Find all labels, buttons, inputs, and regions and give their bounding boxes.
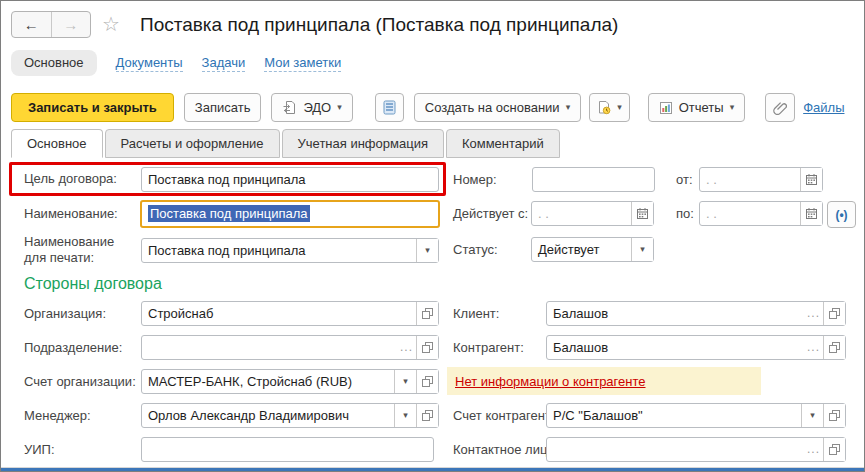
contact-label: Контактное лицо: — [453, 437, 558, 463]
purpose-input[interactable]: Поставка под принципала — [141, 167, 439, 192]
org-account-label: Счет организации: — [24, 369, 136, 395]
chevron-down-icon: ▾ — [403, 377, 408, 386]
org-account-value: МАСТЕР-БАНК, Стройснаб (RUB) — [142, 370, 394, 393]
valid-from-input[interactable]: . . — [531, 201, 654, 226]
history-nav-group: ← → — [11, 11, 91, 38]
contact-open-button[interactable] — [823, 438, 845, 461]
contact-value — [547, 438, 803, 461]
open-form-icon — [828, 341, 841, 354]
contact-choose-button[interactable]: ... — [803, 438, 823, 461]
cp-account-value: Р/С "Балашов" — [547, 404, 801, 427]
files-link[interactable]: Файлы — [803, 93, 844, 122]
number-input[interactable] — [532, 167, 655, 192]
cp-account-combo[interactable]: Р/С "Балашов" ▾ — [546, 403, 846, 428]
reports-label: Отчеты — [679, 100, 724, 115]
counterparty-label: Контрагент: — [453, 335, 524, 361]
manager-dropdown-button[interactable]: ▾ — [394, 404, 416, 427]
back-arrow-icon: ← — [24, 16, 39, 33]
counterparty-input[interactable]: Балашов ... — [546, 335, 846, 360]
chevron-down-icon: ▾ — [425, 246, 430, 255]
back-button[interactable]: ← — [12, 12, 52, 37]
status-dropdown-button[interactable]: ▾ — [631, 238, 653, 261]
attachments-button[interactable] — [765, 93, 795, 122]
tab-comment[interactable]: Комментарий — [446, 129, 560, 158]
name-input[interactable]: Поставка под принципала — [140, 200, 440, 228]
navlink-tasks[interactable]: Задачи — [202, 54, 246, 72]
organization-open-button[interactable] — [416, 302, 438, 325]
status-combo[interactable]: Действует ▾ — [531, 237, 654, 262]
create-based-on-button[interactable]: Создать на основании ▾ — [414, 93, 581, 122]
uip-input[interactable] — [141, 437, 434, 462]
forward-button[interactable]: → — [52, 12, 91, 37]
favorite-star-icon[interactable]: ☆ — [102, 11, 120, 38]
organization-label: Организация: — [24, 301, 106, 327]
manager-combo[interactable]: Орлов Александр Владимирович ▾ — [141, 403, 439, 428]
document-clock-icon — [597, 100, 611, 115]
page-title: Поставка под принципала (Поставка под пр… — [140, 10, 618, 39]
counterparty-open-button[interactable] — [823, 336, 845, 359]
parties-section-header: Стороны договора — [24, 275, 162, 293]
organization-input[interactable]: Стройснаб — [141, 301, 439, 326]
navigation-link-bar: Основное Документы Задачи Мои заметки — [11, 50, 341, 76]
print-name-dropdown-button[interactable]: ▾ — [416, 239, 438, 262]
contact-input[interactable]: ... — [546, 437, 846, 462]
valid-to-input[interactable]: . . — [699, 201, 823, 226]
date-from-input[interactable]: . . — [699, 167, 823, 192]
name-value-selected: Поставка под принципала — [148, 205, 310, 222]
cp-account-open-button[interactable] — [823, 404, 845, 427]
department-value — [142, 336, 396, 359]
chevron-down-icon: ▾ — [730, 103, 735, 112]
department-choose-button[interactable]: ... — [396, 336, 416, 359]
org-account-open-button[interactable] — [416, 370, 438, 393]
open-form-icon — [828, 409, 841, 422]
number-value — [533, 168, 654, 191]
valid-to-placeholder: . . — [700, 202, 800, 225]
client-label: Клиент: — [453, 301, 499, 327]
tab-accounting-info[interactable]: Учетная информация — [282, 129, 444, 158]
print-name-value: Поставка под принципала — [142, 239, 416, 262]
tab-main[interactable]: Основное — [11, 129, 103, 158]
create-document-menu-button[interactable]: ▾ — [589, 93, 630, 122]
print-name-label: Наименование для печати: — [24, 234, 136, 266]
chevron-down-icon: ▾ — [810, 411, 815, 420]
navlink-notes[interactable]: Мои заметки — [264, 54, 341, 72]
no-counterparty-info-link[interactable]: Нет информации о контрагенте — [455, 374, 646, 389]
manager-value: Орлов Александр Владимирович — [142, 404, 394, 427]
uip-label: УИП: — [24, 437, 55, 463]
tab-calculations[interactable]: Расчеты и оформление — [105, 129, 280, 158]
valid-from-label: Действует с: — [453, 201, 528, 227]
date-from-placeholder: . . — [700, 168, 800, 191]
status-label: Статус: — [453, 237, 498, 263]
navlink-documents[interactable]: Документы — [116, 54, 183, 72]
department-input[interactable]: ... — [141, 335, 439, 360]
cp-account-dropdown-button[interactable]: ▾ — [801, 404, 823, 427]
chevron-down-icon: ▾ — [337, 103, 342, 112]
valid-from-calendar-button[interactable] — [631, 202, 653, 225]
client-input[interactable]: Балашов ... — [546, 301, 846, 326]
navlink-main[interactable]: Основное — [11, 50, 97, 76]
print-name-combo[interactable]: Поставка под принципала ▾ — [141, 238, 439, 263]
valid-to-calendar-button[interactable] — [800, 202, 822, 225]
edo-menu-button[interactable]: ЭДО ▾ — [271, 93, 352, 122]
contract-form-window: ← → ☆ Поставка под принципала (Поставка … — [0, 0, 865, 472]
date-from-calendar-button[interactable] — [800, 168, 822, 191]
save-button[interactable]: Записать — [184, 93, 262, 122]
calendar-icon — [805, 207, 818, 220]
validity-history-button[interactable]: (•) — [827, 201, 856, 228]
valid-from-placeholder: . . — [532, 202, 631, 225]
open-form-icon — [421, 341, 434, 354]
structure-report-button[interactable] — [375, 93, 404, 122]
counterparty-choose-button[interactable]: ... — [803, 336, 823, 359]
report-chart-icon — [659, 101, 673, 115]
window-bottom-edge — [1, 467, 864, 471]
save-and-close-button[interactable]: Записать и закрыть — [11, 93, 174, 122]
org-account-combo[interactable]: МАСТЕР-БАНК, Стройснаб (RUB) ▾ — [141, 369, 439, 394]
department-open-button[interactable] — [416, 336, 438, 359]
client-choose-button[interactable]: ... — [803, 302, 823, 325]
client-open-button[interactable] — [823, 302, 845, 325]
org-account-dropdown-button[interactable]: ▾ — [394, 370, 416, 393]
reports-button[interactable]: Отчеты ▾ — [648, 93, 745, 122]
stacked-list-icon — [383, 100, 396, 115]
valid-to-label: по: — [676, 201, 694, 227]
manager-open-button[interactable] — [416, 404, 438, 427]
